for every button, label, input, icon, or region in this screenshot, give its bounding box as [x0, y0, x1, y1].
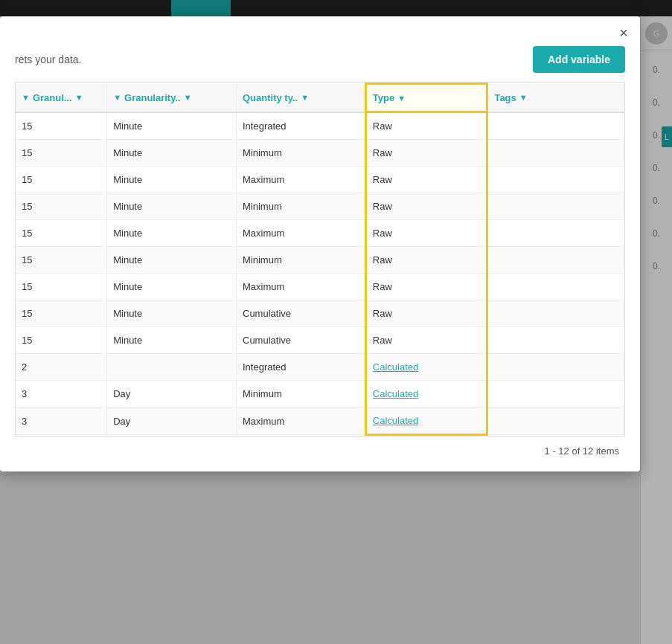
cell-type-3: Raw — [365, 193, 487, 220]
calculated-link-9[interactable]: Calculated — [373, 361, 418, 373]
cell-granularity-6: Minute — [107, 274, 237, 300]
table-row: 15MinuteMinimumRaw — [16, 247, 624, 274]
cell-type-10: Calculated — [365, 381, 487, 408]
cell-granularity-3: Minute — [107, 193, 237, 220]
table-row: 3DayMaximumCalculated — [16, 408, 624, 435]
cell-tags-8 — [487, 327, 624, 354]
cell-quantity-type-8: Cumulative — [237, 327, 366, 354]
modal-top-row: rets your data. Add variable — [15, 40, 625, 82]
cell-granularity-2: Minute — [107, 167, 237, 193]
cell-type-4: Raw — [365, 220, 487, 247]
cell-quantity-type-1: Minimum — [237, 140, 366, 167]
cell-granul-7: 15 — [16, 300, 107, 327]
cell-quantity-type-0: Integrated — [237, 112, 366, 140]
cell-type-9: Calculated — [365, 354, 487, 381]
cell-granul-1: 15 — [16, 140, 107, 167]
table-row: 2IntegratedCalculated — [16, 354, 624, 381]
cell-granul-0: 15 — [16, 112, 107, 140]
table-body: 15MinuteIntegratedRaw15MinuteMinimumRaw1… — [16, 112, 624, 435]
cell-granularity-11: Day — [107, 408, 237, 435]
filter-icon-type[interactable]: ▼ — [397, 94, 406, 103]
cell-granularity-10: Day — [107, 381, 237, 408]
cell-tags-7 — [487, 300, 624, 327]
sort-icon-granularity[interactable]: ▼ — [184, 93, 192, 102]
cell-granul-11: 3 — [16, 408, 107, 435]
cell-quantity-type-4: Maximum — [237, 220, 366, 247]
table-row: 15MinuteMaximumRaw — [16, 274, 624, 300]
table-row: 15MinuteCumulativeRaw — [16, 327, 624, 354]
col-header-tags[interactable]: Tags ▼ — [487, 84, 624, 112]
pagination: 1 - 12 of 12 items — [15, 437, 625, 457]
table-row: 3DayMinimumCalculated — [16, 381, 624, 408]
cell-tags-0 — [487, 112, 624, 140]
col-header-type[interactable]: Type ▼ — [365, 84, 487, 112]
cell-type-2: Raw — [365, 167, 487, 193]
filter-icon-granularity[interactable]: ▼ — [113, 93, 121, 102]
cell-granularity-8: Minute — [107, 327, 237, 354]
cell-quantity-type-3: Minimum — [237, 193, 366, 220]
modal-header: × — [0, 16, 640, 40]
description-text: rets your data. — [15, 54, 82, 65]
cell-quantity-type-7: Cumulative — [237, 300, 366, 327]
cell-granul-5: 15 — [16, 247, 107, 274]
cell-type-5: Raw — [365, 247, 487, 274]
cell-tags-5 — [487, 247, 624, 274]
cell-granul-8: 15 — [16, 327, 107, 354]
cell-granularity-7: Minute — [107, 300, 237, 327]
cell-type-11: Calculated — [365, 408, 487, 435]
modal-body: rets your data. Add variable ▼ Granul...… — [0, 40, 640, 471]
cell-tags-9 — [487, 354, 624, 381]
cell-type-8: Raw — [365, 327, 487, 354]
cell-granul-3: 15 — [16, 193, 107, 220]
cell-granul-2: 15 — [16, 167, 107, 193]
cell-granul-9: 2 — [16, 354, 107, 381]
cell-quantity-type-11: Maximum — [237, 408, 366, 435]
filter-icon-granul[interactable]: ▼ — [22, 93, 30, 102]
table-row: 15MinuteCumulativeRaw — [16, 300, 624, 327]
cell-quantity-type-10: Minimum — [237, 381, 366, 408]
cell-type-6: Raw — [365, 274, 487, 300]
table-row: 15MinuteMinimumRaw — [16, 193, 624, 220]
cell-quantity-type-5: Minimum — [237, 247, 366, 274]
data-table: ▼ Granul... ▼ ▼ Granularity.. ▼ — [16, 83, 624, 436]
table-row: 15MinuteMaximumRaw — [16, 220, 624, 247]
cell-quantity-type-9: Integrated — [237, 354, 366, 381]
cell-tags-4 — [487, 220, 624, 247]
col-header-quantity-type[interactable]: Quantity ty.. ▼ — [237, 84, 366, 112]
cell-granularity-5: Minute — [107, 247, 237, 274]
table-row: 15MinuteIntegratedRaw — [16, 112, 624, 140]
filter-icon-tags[interactable]: ▼ — [519, 93, 528, 102]
cell-type-1: Raw — [365, 140, 487, 167]
calculated-link-11[interactable]: Calculated — [373, 415, 418, 426]
col-header-granul[interactable]: ▼ Granul... ▼ — [16, 84, 107, 112]
cell-tags-2 — [487, 167, 624, 193]
filter-icon-quantity[interactable]: ▼ — [301, 93, 309, 102]
modal: × rets your data. Add variable ▼ Granul.… — [0, 16, 640, 471]
table-row: 15MinuteMinimumRaw — [16, 140, 624, 167]
cell-tags-3 — [487, 193, 624, 220]
cell-tags-6 — [487, 274, 624, 300]
cell-granularity-4: Minute — [107, 220, 237, 247]
cell-quantity-type-6: Maximum — [237, 274, 366, 300]
cell-tags-10 — [487, 381, 624, 408]
cell-granul-6: 15 — [16, 274, 107, 300]
cell-tags-1 — [487, 140, 624, 167]
cell-granul-4: 15 — [16, 220, 107, 247]
cell-granularity-9 — [107, 354, 237, 381]
close-button[interactable]: × — [619, 25, 628, 40]
data-table-container: ▼ Granul... ▼ ▼ Granularity.. ▼ — [15, 82, 625, 437]
cell-quantity-type-2: Maximum — [237, 167, 366, 193]
add-variable-button[interactable]: Add variable — [533, 46, 625, 73]
table-header: ▼ Granul... ▼ ▼ Granularity.. ▼ — [16, 84, 624, 112]
table-row: 15MinuteMaximumRaw — [16, 167, 624, 193]
col-header-granularity[interactable]: ▼ Granularity.. ▼ — [107, 84, 237, 112]
header-row: ▼ Granul... ▼ ▼ Granularity.. ▼ — [16, 84, 624, 112]
cell-granularity-1: Minute — [107, 140, 237, 167]
cell-tags-11 — [487, 408, 624, 435]
sort-icon-granul[interactable]: ▼ — [75, 93, 83, 102]
cell-granularity-0: Minute — [107, 112, 237, 140]
calculated-link-10[interactable]: Calculated — [373, 388, 418, 399]
cell-type-0: Raw — [365, 112, 487, 140]
cell-granul-10: 3 — [16, 381, 107, 408]
cell-type-7: Raw — [365, 300, 487, 327]
